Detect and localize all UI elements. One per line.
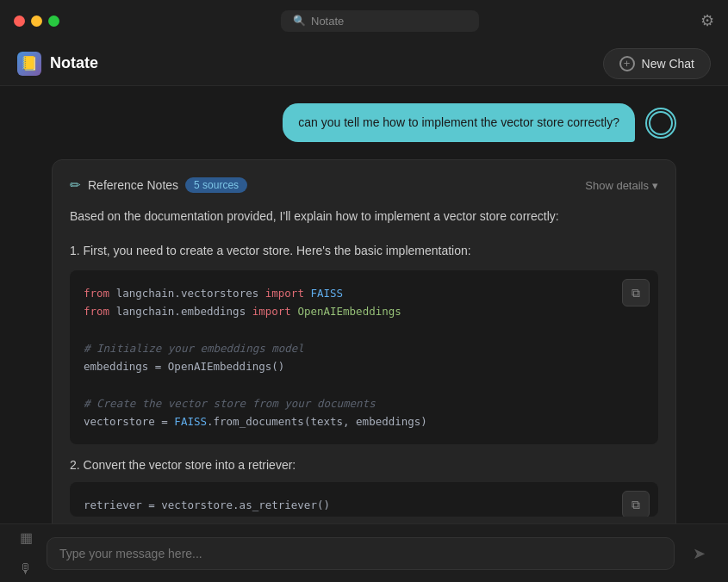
plus-icon: + [619,56,635,71]
input-wrapper [47,537,675,570]
code-line [84,375,644,393]
code-line: retriever = vectorstore.as_retriever() [84,496,644,514]
message-input[interactable] [59,547,662,560]
card-header-left: ✏ Reference Notes 5 sources [70,177,247,193]
card-header: ✏ Reference Notes 5 sources Show details… [70,177,658,193]
logo-emoji: 📒 [21,55,38,71]
mic-button[interactable]: 🎙 [14,557,38,581]
app-header: 📒 Notate + New Chat [0,41,728,86]
step1-label: 1. First, you need to create a vector st… [70,241,658,260]
titlebar-right: ⚙ [700,11,714,30]
reference-label: Reference Notes [88,178,178,192]
mic-icon: 🎙 [19,561,33,577]
app-logo: 📒 Notate [17,52,98,76]
traffic-lights [14,15,59,27]
code-block-2-partial: ⧉ retriever = vectorstore.as_retriever() [70,482,658,517]
code-line: # Initialize your embeddings model [84,339,644,357]
search-label: Notate [311,15,344,28]
send-button[interactable]: ➤ [683,538,714,569]
code-line: vectorstore = FAISS.from_documents(texts… [84,412,644,430]
send-icon: ➤ [693,544,706,563]
avatar-circle [649,111,673,135]
titlebar: 🔍 Notate ⚙ [0,0,728,41]
search-icon: 🔍 [293,15,306,27]
code-line [84,321,644,339]
new-chat-button[interactable]: + New Chat [603,48,711,79]
gear-icon[interactable]: ⚙ [700,11,714,30]
new-chat-label: New Chat [642,57,694,71]
intro-text: Based on the documentation provided, I'l… [70,207,658,227]
chevron-down-icon: ▾ [652,179,658,192]
code-line: embeddings = OpenAIEmbeddings() [84,357,644,375]
minimize-button[interactable] [31,15,42,27]
close-button[interactable] [14,15,25,27]
show-details-label: Show details [585,179,649,192]
app-name: Notate [50,54,98,72]
input-left-icons: ▦ 🎙 [14,526,38,581]
user-bubble: can you tell me how to implement the vec… [283,103,635,142]
copy-button-2[interactable]: ⧉ [622,491,650,517]
chart-icon: ▦ [20,529,33,546]
maximize-button[interactable] [48,15,59,27]
reference-icon: ✏ [70,177,81,193]
titlebar-search[interactable]: 🔍 Notate [281,10,479,32]
logo-icon: 📒 [17,52,41,76]
sources-badge[interactable]: 5 sources [185,177,247,193]
step2-label: 2. Convert the vector store into a retri… [70,458,658,472]
chart-icon-button[interactable]: ▦ [14,526,38,550]
code-block-1: ⧉ from langchain.vectorstores import FAI… [70,270,658,444]
code-line: from langchain.embeddings import OpenAIE… [84,302,644,320]
user-avatar [645,108,676,139]
code-line: from langchain.vectorstores import FAISS [84,284,644,302]
chat-area: can you tell me how to implement the vec… [0,86,728,523]
input-area: ▦ 🎙 ➤ [0,523,728,582]
show-details-button[interactable]: Show details ▾ [585,179,658,192]
code-line: # Create the vector store from your docu… [84,394,644,412]
user-message-row: can you tell me how to implement the vec… [52,103,676,142]
ai-response-card: ✏ Reference Notes 5 sources Show details… [52,159,676,523]
copy-button-1[interactable]: ⧉ [622,279,650,306]
